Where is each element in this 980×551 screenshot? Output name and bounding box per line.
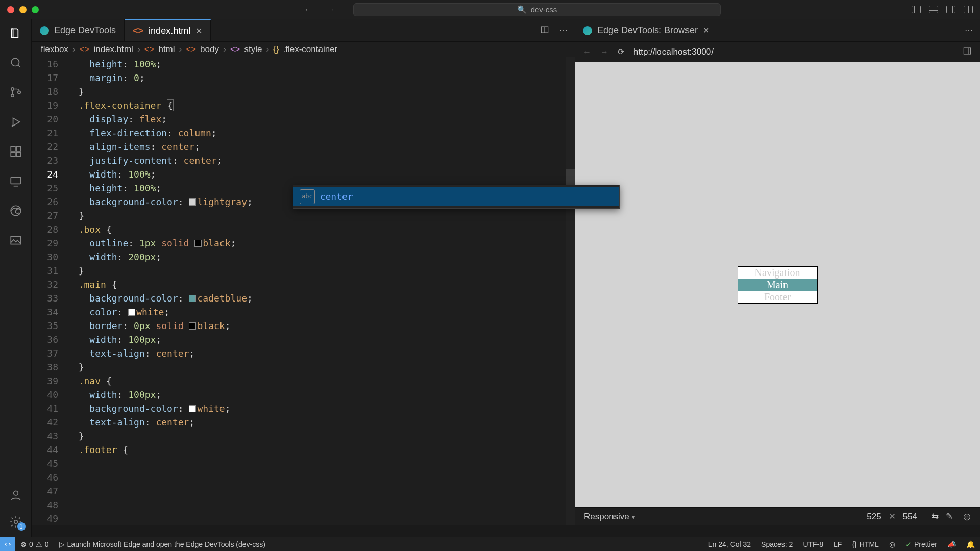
tab-label: index.html [149,26,190,36]
preview-flex-container: Navigation Main Footer [738,267,817,303]
close-tab-button[interactable]: ✕ [195,26,202,36]
launch-edge-button[interactable]: ▷ Launch Microsoft Edge and open the Edg… [54,540,271,548]
window-controls [7,6,39,13]
suggest-label: center [320,190,353,204]
tab-label: Edge DevTools [54,25,116,36]
tab-edge-devtools[interactable]: Edge DevTools [32,19,125,41]
html-file-icon: <> [80,44,90,55]
megaphone-icon: 📣 [947,540,956,548]
bc-file[interactable]: index.html [93,44,133,55]
svg-point-13 [14,520,17,524]
command-center[interactable]: 🔍 dev-css [353,3,721,16]
image-preview-icon[interactable] [9,234,22,247]
minimize-window-button[interactable] [19,6,27,13]
history-nav: ← → [304,5,335,14]
svg-point-2 [11,94,13,97]
code-editor[interactable]: 1617181920212223242526272829303132333435… [32,57,575,525]
toggle-secondary-sidebar-button[interactable] [946,6,955,13]
bc-folder[interactable]: flexbox [41,44,68,55]
remote-indicator[interactable] [0,537,15,551]
dimension-x-icon: ✕ [889,511,896,522]
problems-button[interactable]: ⊗0 ⚠0 [15,540,54,548]
breadcrumb[interactable]: flexbox› <> index.html› <> html› <> body… [32,42,575,57]
bell-icon: 🔔 [966,540,975,548]
tag-icon: <> [144,44,155,55]
responsive-dropdown[interactable]: Responsive ▾ [584,512,635,522]
error-icon: ⊗ [20,540,27,548]
svg-point-12 [13,491,18,495]
warning-icon: ⚠ [36,540,42,548]
svg-point-4 [12,126,13,127]
svg-rect-7 [16,152,21,157]
explorer-icon[interactable] [9,27,22,40]
source-control-icon[interactable] [9,86,22,99]
tab-bar-left: Edge DevTools <> index.html ✕ ⋯ [32,19,575,42]
eol-button[interactable]: LF [828,540,847,548]
inspect-icon[interactable]: ◎ [963,511,971,522]
edge-icon [583,26,592,35]
browser-reload-button[interactable]: ⟳ [618,47,624,57]
more-actions-button[interactable]: ⋯ [559,26,568,35]
minimap[interactable] [566,57,575,525]
open-devtools-button[interactable] [963,47,972,57]
tab-index-html[interactable]: <> index.html ✕ [125,19,211,41]
statusbar: ⊗0 ⚠0 ▷ Launch Microsoft Edge and open t… [0,537,980,551]
svg-point-3 [17,91,20,93]
settings-gear-icon[interactable]: 1 [9,515,22,529]
bc-selector[interactable]: .flex-container [283,44,337,55]
edge-icon [40,26,49,35]
live-preview-button[interactable]: ◎ [884,540,900,548]
back-button[interactable]: ← [304,5,312,14]
preview-nav-box: Navigation [738,267,817,279]
viewport-height[interactable]: 554 [903,512,917,522]
cursor-position[interactable]: Ln 24, Col 32 [703,540,756,548]
viewport-width[interactable]: 525 [867,512,881,522]
prettier-button[interactable]: ✓Prettier [900,540,942,548]
language-mode-button[interactable]: {}HTML [847,540,884,548]
search-icon: 🔍 [517,5,527,14]
bc-body[interactable]: body [200,44,219,55]
edge-tools-icon[interactable] [9,204,22,217]
tag-icon: <> [230,44,240,55]
bc-html[interactable]: html [158,44,175,55]
forward-button[interactable]: → [327,5,335,14]
svg-rect-15 [964,48,970,54]
color-picker-icon[interactable]: ✎ [946,511,953,522]
toggle-primary-sidebar-button[interactable] [912,6,921,13]
rotate-viewport-button[interactable]: ⇆ [932,511,939,522]
bc-style[interactable]: style [244,44,262,55]
customize-layout-button[interactable] [964,6,973,13]
close-tab-button[interactable]: ✕ [703,26,709,35]
workbench: 1 Edge DevTools <> index.html ✕ [0,19,980,537]
notifications-button[interactable]: 🔔 [961,540,980,548]
more-actions-button[interactable]: ⋯ [965,26,973,35]
browser-preview[interactable]: Navigation Main Footer [575,62,980,507]
suggest-item-center[interactable]: abc center [293,187,619,206]
editor-group-left: Edge DevTools <> index.html ✕ ⋯ flexbox›… [32,19,575,525]
browser-back-button[interactable]: ← [583,47,591,57]
search-icon[interactable] [9,56,22,69]
close-window-button[interactable] [7,6,14,13]
preview-main-box: Main [738,279,817,291]
svg-rect-6 [11,152,15,157]
feedback-button[interactable]: 📣 [942,540,961,548]
code-content[interactable]: height: 100%; margin: 0; } .flex-contain… [67,57,575,525]
split-editor-button[interactable] [540,26,549,36]
activity-bar: 1 [0,19,32,537]
line-number-gutter[interactable]: 1617181920212223242526272829303132333435… [32,57,67,525]
encoding-button[interactable]: UTF-8 [798,540,828,548]
html-file-icon: <> [133,26,143,36]
maximize-window-button[interactable] [32,6,39,13]
suggest-widget[interactable]: abc center [293,185,620,209]
remote-explorer-icon[interactable] [9,174,22,188]
indentation-button[interactable]: Spaces: 2 [756,540,798,548]
browser-url[interactable]: http://localhost:3000/ [633,47,953,57]
svg-point-0 [11,58,19,66]
tab-edge-browser[interactable]: Edge DevTools: Browser ✕ [575,19,718,41]
browser-forward-button[interactable]: → [600,47,608,57]
toggle-panel-button[interactable] [929,6,938,13]
accounts-icon[interactable] [9,489,22,502]
run-debug-icon[interactable] [9,115,22,129]
extensions-icon[interactable] [9,145,22,158]
tab-bar-right: Edge DevTools: Browser ✕ ⋯ [575,19,980,42]
